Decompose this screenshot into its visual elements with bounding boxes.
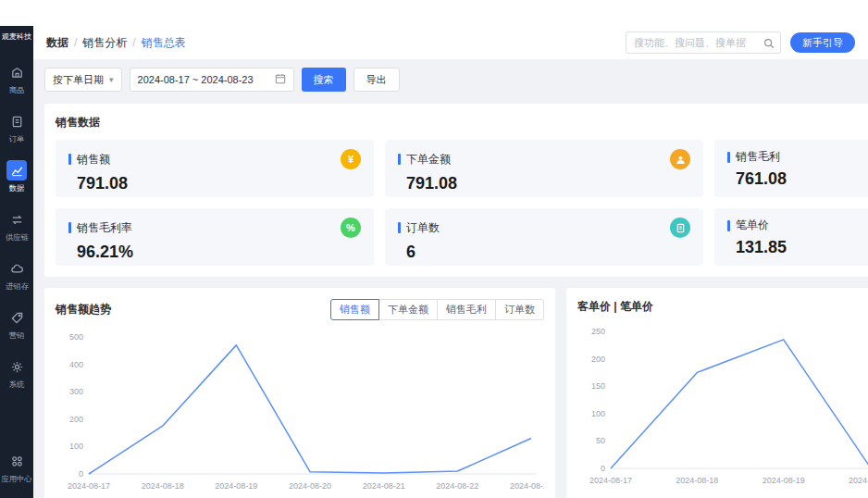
breadcrumb-item[interactable]: 销售分析 bbox=[82, 35, 127, 51]
yen-icon: ¥ bbox=[341, 149, 361, 169]
tab-order-count[interactable]: 订单数 bbox=[495, 299, 544, 320]
svg-text:2024-08-19: 2024-08-19 bbox=[763, 476, 805, 485]
stat-value: 96.21% bbox=[68, 243, 361, 262]
svg-text:2024-08-21: 2024-08-21 bbox=[363, 481, 405, 491]
stat-label: 订单数 bbox=[406, 220, 440, 236]
sidebar-item-system[interactable]: 系统 bbox=[0, 356, 33, 391]
svg-text:50: 50 bbox=[596, 436, 605, 445]
stat-value: 131.85 bbox=[727, 238, 868, 257]
search-icon[interactable] bbox=[763, 36, 775, 53]
sidebar-item-app-center[interactable]: 应用中心 bbox=[0, 451, 33, 485]
search-input[interactable] bbox=[626, 31, 781, 54]
supply-chain-icon bbox=[6, 209, 27, 230]
accent-bar bbox=[68, 154, 71, 165]
app-grid-icon bbox=[6, 451, 27, 471]
stat-card-gross-profit: 销售毛利 761.08 bbox=[714, 140, 868, 197]
goods-icon bbox=[6, 62, 27, 82]
calendar-icon bbox=[275, 71, 286, 88]
svg-text:2024-08-17: 2024-08-17 bbox=[68, 481, 110, 491]
global-search bbox=[626, 31, 781, 54]
user-icon bbox=[670, 149, 690, 169]
inventory-icon bbox=[6, 258, 27, 279]
stat-label: 销售毛利率 bbox=[77, 220, 132, 236]
chart-title: 销售额趋势 bbox=[56, 302, 111, 317]
date-range-input[interactable] bbox=[138, 74, 275, 85]
sidebar-item-label: 供应链 bbox=[6, 232, 29, 243]
accent-bar bbox=[727, 152, 730, 163]
window-top-strip bbox=[0, 0, 868, 26]
sidebar-item-data[interactable]: 数据 bbox=[0, 160, 33, 194]
svg-text:0: 0 bbox=[601, 464, 605, 473]
tab-gross-profit[interactable]: 销售毛利 bbox=[437, 299, 496, 320]
newbie-guide-button[interactable]: 新手引导 bbox=[790, 32, 855, 53]
orders-icon bbox=[6, 111, 27, 131]
svg-text:2024-08-20: 2024-08-20 bbox=[289, 481, 331, 491]
stat-value: 6 bbox=[398, 243, 690, 262]
sidebar-item-label: 数据 bbox=[9, 183, 25, 194]
svg-text:200: 200 bbox=[69, 415, 83, 424]
svg-text:2024-08-19: 2024-08-19 bbox=[215, 481, 257, 491]
svg-text:0: 0 bbox=[79, 469, 83, 479]
sidebar-item-inventory[interactable]: 进销存 bbox=[0, 258, 33, 293]
stat-card-gross-margin: 销售毛利率 % 96.21% bbox=[56, 208, 374, 266]
breadcrumb-separator: / bbox=[132, 36, 135, 49]
sidebar-item-label: 商品 bbox=[9, 85, 25, 96]
sales-trend-chart-card: 销售额趋势 销售额 下单金额 销售毛利 订单数 0100200300400500… bbox=[44, 288, 555, 498]
date-range-picker[interactable] bbox=[130, 68, 294, 92]
charts-row: 销售额趋势 销售额 下单金额 销售毛利 订单数 0100200300400500… bbox=[44, 288, 857, 498]
sidebar-item-marketing[interactable]: 营销 bbox=[0, 307, 33, 342]
stat-card-order-count: 订单数 6 bbox=[385, 208, 703, 266]
breadcrumb: 数据 / 销售分析 / 销售总表 bbox=[46, 35, 186, 51]
svg-text:2024-08-23: 2024-08-23 bbox=[510, 481, 544, 491]
svg-text:100: 100 bbox=[69, 442, 83, 451]
topbar: 数据 / 销售分析 / 销售总表 新手引导 bbox=[33, 26, 868, 59]
accent-bar bbox=[398, 222, 401, 233]
svg-text:150: 150 bbox=[591, 381, 605, 391]
sidebar-item-label: 订单 bbox=[9, 134, 25, 145]
svg-text:400: 400 bbox=[69, 360, 83, 369]
sidebar-item-label: 营销 bbox=[9, 330, 25, 342]
topbar-right: 新手引导 bbox=[626, 31, 855, 54]
chevron-down-icon: ▾ bbox=[109, 75, 114, 84]
svg-text:2024-08-20: 2024-08-20 bbox=[849, 476, 868, 485]
sidebar-item-label: 应用中心 bbox=[1, 474, 31, 485]
date-type-label: 按下单日期 bbox=[53, 73, 104, 87]
export-button[interactable]: 导出 bbox=[353, 68, 400, 92]
search-button[interactable]: 搜索 bbox=[302, 68, 346, 92]
svg-text:300: 300 bbox=[69, 387, 83, 396]
tab-order-amount[interactable]: 下单金额 bbox=[378, 299, 438, 320]
system-gear-icon bbox=[6, 356, 27, 377]
sidebar-item-supply-chain[interactable]: 供应链 bbox=[0, 209, 33, 243]
stat-label: 笔单价 bbox=[736, 218, 769, 233]
tab-sales-amount[interactable]: 销售额 bbox=[330, 299, 379, 320]
breadcrumb-item[interactable]: 数据 bbox=[46, 35, 68, 51]
sidebar-item-label: 进销存 bbox=[6, 281, 29, 293]
sidebar-item-orders[interactable]: 订单 bbox=[0, 111, 33, 145]
breadcrumb-item-current[interactable]: 销售总表 bbox=[142, 35, 186, 51]
stat-card-per-order-price: 笔单价 131.85 bbox=[714, 208, 868, 266]
chart-metric-tabs: 销售额 下单金额 销售毛利 订单数 bbox=[330, 299, 544, 320]
page-content: 按下单日期 ▾ 搜索 导出 销售数据 销售额 bbox=[33, 59, 868, 498]
breadcrumb-separator: / bbox=[74, 36, 77, 49]
stat-value: 791.08 bbox=[68, 174, 361, 193]
brand-logo: 观麦科技 bbox=[1, 26, 32, 47]
price-chart-card: 客单价 | 笔单价 0501001502002502024-08-172024-… bbox=[566, 288, 868, 498]
stat-value: 791.08 bbox=[398, 174, 690, 193]
svg-text:500: 500 bbox=[69, 332, 83, 342]
section-title: 销售数据 bbox=[56, 115, 868, 131]
accent-bar bbox=[727, 220, 730, 231]
filter-row: 按下单日期 ▾ 搜索 导出 bbox=[44, 67, 857, 93]
data-chart-icon bbox=[6, 160, 27, 181]
svg-text:2024-08-17: 2024-08-17 bbox=[589, 476, 632, 485]
date-type-select[interactable]: 按下单日期 ▾ bbox=[44, 68, 122, 92]
stat-label: 销售毛利 bbox=[736, 149, 780, 165]
stats-grid: 销售额 ¥ 791.08 下单金额 791.08 bbox=[56, 140, 868, 266]
sales-trend-line-chart: 01002003004005002024-08-172024-08-182024… bbox=[56, 330, 544, 498]
accent-bar bbox=[398, 154, 401, 165]
stat-label: 销售额 bbox=[77, 152, 110, 168]
sidebar-item-label: 系统 bbox=[9, 380, 25, 391]
main-area: 数据 / 销售分析 / 销售总表 新手引导 按下单日期 bbox=[33, 26, 868, 498]
accent-bar bbox=[68, 222, 71, 233]
svg-text:200: 200 bbox=[591, 355, 605, 364]
sidebar-item-goods[interactable]: 商品 bbox=[0, 62, 33, 96]
